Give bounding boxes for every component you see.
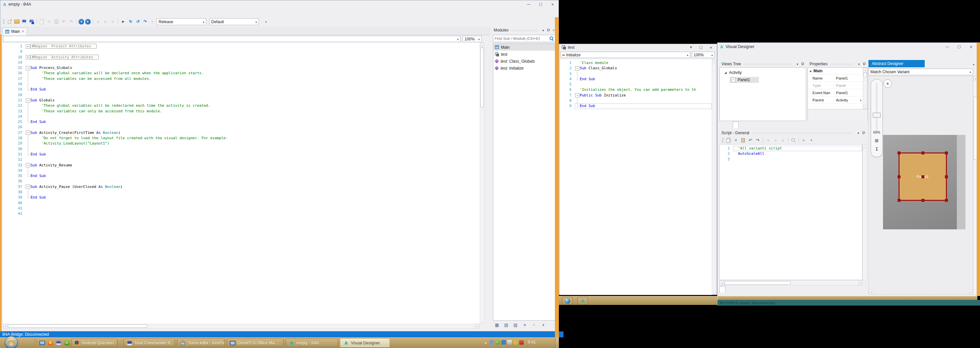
- menu-item[interactable]: [48, 11, 55, 14]
- logs-icon[interactable]: [521, 322, 529, 328]
- taskbar-button[interactable]: Visual Designer: [340, 339, 389, 347]
- panel-menu-icon[interactable]: ▾: [858, 131, 859, 135]
- libraries-icon[interactable]: [512, 322, 519, 328]
- scroll-up-icon[interactable]: [863, 145, 867, 149]
- minimize-button[interactable]: [944, 45, 951, 49]
- fold-toggle-icon[interactable]: −: [575, 66, 579, 70]
- tray3-icon[interactable]: [501, 340, 506, 345]
- property-row[interactable]: Type Panel: [808, 82, 863, 89]
- expander-icon[interactable]: [724, 72, 727, 74]
- fold-toggle-icon[interactable]: −: [26, 131, 30, 135]
- scroll-up-icon[interactable]: [480, 43, 484, 47]
- tab-abstract-designer[interactable]: Abstract Designer: [869, 60, 925, 67]
- module-search-input[interactable]: [493, 37, 549, 40]
- script-vertical-scrollbar[interactable]: [862, 144, 867, 280]
- editor-vertical-scrollbar[interactable]: [480, 43, 484, 323]
- resize-handle[interactable]: [945, 152, 948, 155]
- resize-handle[interactable]: [921, 152, 924, 155]
- designer-canvas[interactable]: Panel1 69%: [869, 76, 973, 295]
- property-row[interactable]: Name Panel1: [808, 75, 863, 82]
- fold-toggle-icon[interactable]: +: [26, 55, 30, 59]
- taskbar-button[interactable]: [578, 297, 588, 305]
- scroll-left-icon[interactable]: [720, 281, 724, 285]
- menu-item[interactable]: [22, 11, 28, 14]
- scroll-right-icon[interactable]: [968, 290, 972, 294]
- menu-item[interactable]: [719, 54, 725, 56]
- taskbar-button[interactable]: OmniPCX Office Ma...: [227, 339, 283, 347]
- property-row[interactable]: Parent Activity: [808, 96, 863, 104]
- tray4-icon[interactable]: [507, 340, 512, 345]
- sep-icon[interactable]: [35, 18, 38, 25]
- panel-menu-icon[interactable]: ▾: [797, 62, 798, 66]
- settings-icon[interactable]: [539, 322, 547, 328]
- tray-expand-icon[interactable]: [484, 341, 488, 344]
- toolbar-grip[interactable]: [722, 137, 724, 143]
- variant-select[interactable]: Match Chosen Variant: [869, 69, 973, 75]
- sep-icon[interactable]: [75, 18, 78, 25]
- stop-icon[interactable]: [149, 18, 156, 25]
- scroll-right-icon[interactable]: [858, 281, 862, 285]
- scroll-left-icon[interactable]: [869, 290, 873, 294]
- editor-zoom-select[interactable]: 100%: [692, 52, 715, 58]
- menu-item[interactable]: [15, 11, 22, 14]
- resize-handle[interactable]: [945, 199, 948, 202]
- run-icon[interactable]: [800, 137, 808, 144]
- fold-toggle-icon[interactable]: +: [26, 45, 30, 49]
- maximize-button[interactable]: [698, 45, 704, 50]
- scroll-up-icon[interactable]: [712, 60, 716, 64]
- dock-menu-icon[interactable]: [688, 45, 694, 50]
- cut-icon[interactable]: [46, 18, 52, 25]
- close-button[interactable]: [708, 45, 714, 50]
- collapse-icon[interactable]: [883, 79, 892, 88]
- menu-item[interactable]: [732, 54, 739, 56]
- loop-icon[interactable]: [127, 18, 134, 25]
- sep-icon[interactable]: [116, 18, 119, 25]
- send-to-device-icon[interactable]: [871, 147, 882, 152]
- sync-icon[interactable]: [63, 339, 70, 346]
- designer-view-panel1[interactable]: Panel1: [899, 152, 947, 201]
- pin-icon[interactable]: [862, 62, 866, 65]
- resize-handle[interactable]: [921, 199, 924, 202]
- redo-icon[interactable]: [68, 18, 75, 25]
- property-row[interactable]: Event Nan Panel1: [808, 89, 863, 96]
- minimize-button[interactable]: [525, 2, 532, 7]
- panel-tab[interactable]: [733, 121, 739, 128]
- build-config-select[interactable]: Release: [157, 18, 206, 25]
- close-button[interactable]: [549, 2, 556, 7]
- module-item[interactable]: test: Initialize: [493, 65, 555, 72]
- sep-icon[interactable]: [762, 137, 764, 144]
- editor-zoom-select[interactable]: 100%: [463, 36, 482, 42]
- floppy2-icon[interactable]: [55, 339, 62, 346]
- pin-icon[interactable]: [547, 29, 550, 32]
- paste-icon[interactable]: [740, 137, 746, 144]
- property-group[interactable]: Main: [808, 68, 867, 75]
- taskbar-button[interactable]: Total Commander 8....: [124, 339, 175, 347]
- script-editor[interactable]: 1'All variants script2AutoScaleAll3: [719, 144, 862, 280]
- tab-main[interactable]: Main ×: [2, 27, 27, 35]
- script-tab[interactable]: [719, 286, 725, 293]
- scroll-right-icon[interactable]: [475, 324, 479, 329]
- undo-icon[interactable]: [747, 137, 754, 144]
- fold-toggle-icon[interactable]: −: [26, 99, 30, 103]
- back-icon[interactable]: [78, 18, 84, 25]
- indentr-icon[interactable]: [780, 137, 786, 144]
- menu-item[interactable]: [739, 54, 745, 56]
- list-icon[interactable]: [765, 137, 772, 144]
- taskbar-button[interactable]: empty - B4A: [286, 339, 338, 347]
- sep-icon[interactable]: [797, 137, 800, 144]
- loop2-icon[interactable]: [134, 18, 142, 25]
- taskbar-button[interactable]: Sorex.kdbx - KeePass: [177, 339, 224, 347]
- variant-config-select[interactable]: Default: [209, 18, 259, 25]
- taskbar-button[interactable]: Android Question - ...: [71, 339, 118, 347]
- tray6-icon[interactable]: [519, 340, 524, 345]
- search-icon[interactable]: [790, 137, 797, 144]
- save-icon[interactable]: [21, 18, 27, 25]
- properties-scrollbar[interactable]: [863, 68, 867, 109]
- maximize-button[interactable]: [537, 2, 544, 7]
- toolbar-grip[interactable]: [3, 19, 5, 24]
- tray5-icon[interactable]: [513, 340, 518, 345]
- pin-icon[interactable]: [862, 131, 865, 134]
- new-icon[interactable]: [6, 18, 13, 25]
- sep-icon[interactable]: [787, 137, 790, 144]
- fold-toggle-icon[interactable]: −: [575, 93, 579, 97]
